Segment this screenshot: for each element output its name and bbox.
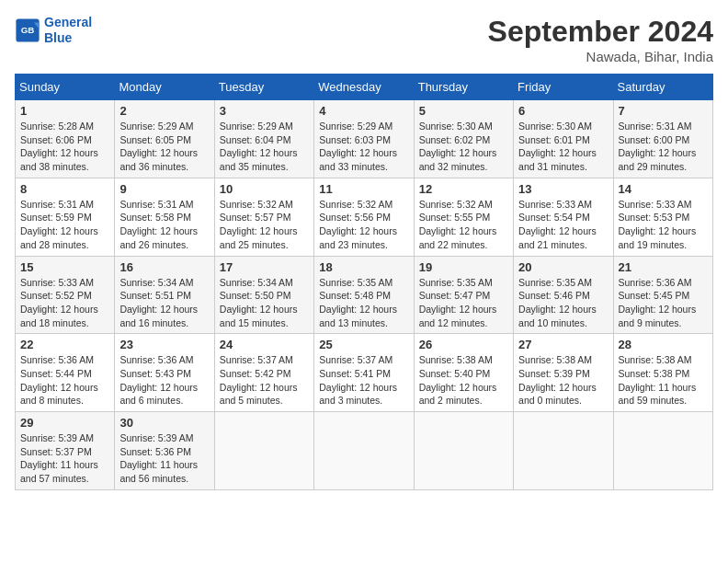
day-number: 8 <box>20 182 109 196</box>
day-info: Sunrise: 5:29 AM Sunset: 6:04 PM Dayligh… <box>220 120 309 174</box>
calendar-header: SundayMondayTuesdayWednesdayThursdayFrid… <box>16 75 713 100</box>
day-info: Sunrise: 5:31 AM Sunset: 5:58 PM Dayligh… <box>119 198 209 252</box>
day-number: 3 <box>220 104 309 118</box>
day-info: Sunrise: 5:35 AM Sunset: 5:48 PM Dayligh… <box>319 276 408 330</box>
page-header: GB General Blue September 2024 Nawada, B… <box>15 15 713 64</box>
day-number: 12 <box>419 182 508 196</box>
header-day-wednesday: Wednesday <box>314 75 414 100</box>
day-info: Sunrise: 5:30 AM Sunset: 6:02 PM Dayligh… <box>419 120 508 174</box>
calendar-week-3: 15Sunrise: 5:33 AM Sunset: 5:52 PM Dayli… <box>16 256 713 334</box>
header-day-thursday: Thursday <box>414 75 513 100</box>
header-day-saturday: Saturday <box>613 75 712 100</box>
day-info: Sunrise: 5:39 AM Sunset: 5:37 PM Dayligh… <box>20 431 109 486</box>
day-info: Sunrise: 5:39 AM Sunset: 5:36 PM Dayligh… <box>119 431 209 486</box>
day-number: 10 <box>220 182 309 196</box>
header-row: SundayMondayTuesdayWednesdayThursdayFrid… <box>16 75 713 100</box>
day-number: 5 <box>419 104 508 118</box>
calendar-cell-25: 25Sunrise: 5:37 AM Sunset: 5:41 PM Dayli… <box>314 334 414 412</box>
calendar-week-2: 8Sunrise: 5:31 AM Sunset: 5:59 PM Daylig… <box>16 178 713 256</box>
calendar-cell-23: 23Sunrise: 5:36 AM Sunset: 5:43 PM Dayli… <box>115 334 214 412</box>
calendar-cell-5: 5Sunrise: 5:30 AM Sunset: 6:02 PM Daylig… <box>414 100 513 178</box>
day-info: Sunrise: 5:32 AM Sunset: 5:57 PM Dayligh… <box>220 198 309 252</box>
logo-icon: GB <box>15 17 40 43</box>
day-info: Sunrise: 5:30 AM Sunset: 6:01 PM Dayligh… <box>518 120 608 174</box>
day-info: Sunrise: 5:28 AM Sunset: 6:06 PM Dayligh… <box>20 120 109 174</box>
logo-line2: Blue <box>44 30 72 45</box>
day-number: 4 <box>319 104 408 118</box>
calendar-cell-13: 13Sunrise: 5:33 AM Sunset: 5:54 PM Dayli… <box>514 178 613 256</box>
header-day-tuesday: Tuesday <box>214 75 313 100</box>
day-info: Sunrise: 5:38 AM Sunset: 5:38 PM Dayligh… <box>619 353 708 408</box>
logo-text: General Blue <box>44 15 92 46</box>
day-info: Sunrise: 5:33 AM Sunset: 5:53 PM Dayligh… <box>619 198 708 252</box>
day-info: Sunrise: 5:32 AM Sunset: 5:55 PM Dayligh… <box>419 198 508 252</box>
day-number: 25 <box>319 338 408 351</box>
calendar-cell-20: 20Sunrise: 5:35 AM Sunset: 5:46 PM Dayli… <box>514 256 613 334</box>
day-info: Sunrise: 5:32 AM Sunset: 5:56 PM Dayligh… <box>319 198 408 252</box>
day-info: Sunrise: 5:35 AM Sunset: 5:46 PM Dayligh… <box>518 276 608 330</box>
calendar-table: SundayMondayTuesdayWednesdayThursdayFrid… <box>15 74 713 490</box>
calendar-cell-9: 9Sunrise: 5:31 AM Sunset: 5:58 PM Daylig… <box>115 178 214 256</box>
day-info: Sunrise: 5:37 AM Sunset: 5:41 PM Dayligh… <box>319 353 408 408</box>
day-info: Sunrise: 5:34 AM Sunset: 5:51 PM Dayligh… <box>119 276 209 330</box>
calendar-cell-30: 30Sunrise: 5:39 AM Sunset: 5:36 PM Dayli… <box>115 412 214 490</box>
day-number: 18 <box>319 260 408 274</box>
calendar-cell-10: 10Sunrise: 5:32 AM Sunset: 5:57 PM Dayli… <box>214 178 313 256</box>
day-info: Sunrise: 5:38 AM Sunset: 5:40 PM Dayligh… <box>419 353 508 408</box>
day-number: 22 <box>20 338 109 351</box>
day-number: 2 <box>119 104 209 118</box>
logo: GB General Blue <box>15 15 92 46</box>
calendar-cell-1: 1Sunrise: 5:28 AM Sunset: 6:06 PM Daylig… <box>16 100 115 178</box>
calendar-cell-21: 21Sunrise: 5:36 AM Sunset: 5:45 PM Dayli… <box>613 256 712 334</box>
logo-line1: General <box>44 15 92 29</box>
calendar-cell-24: 24Sunrise: 5:37 AM Sunset: 5:42 PM Dayli… <box>214 334 313 412</box>
day-info: Sunrise: 5:35 AM Sunset: 5:47 PM Dayligh… <box>419 276 508 330</box>
title-block: September 2024 Nawada, Bihar, India <box>488 15 713 64</box>
day-number: 29 <box>20 416 109 430</box>
day-number: 27 <box>518 338 608 351</box>
day-info: Sunrise: 5:36 AM Sunset: 5:45 PM Dayligh… <box>619 276 708 330</box>
header-day-sunday: Sunday <box>16 75 115 100</box>
calendar-cell-28: 28Sunrise: 5:38 AM Sunset: 5:38 PM Dayli… <box>613 334 712 412</box>
location: Nawada, Bihar, India <box>488 49 713 64</box>
calendar-cell-3: 3Sunrise: 5:29 AM Sunset: 6:04 PM Daylig… <box>214 100 313 178</box>
day-info: Sunrise: 5:37 AM Sunset: 5:42 PM Dayligh… <box>220 353 309 408</box>
day-info: Sunrise: 5:29 AM Sunset: 6:03 PM Dayligh… <box>319 120 408 174</box>
day-number: 14 <box>619 182 708 196</box>
day-number: 7 <box>619 104 708 118</box>
day-info: Sunrise: 5:34 AM Sunset: 5:50 PM Dayligh… <box>220 276 309 330</box>
day-number: 19 <box>419 260 508 274</box>
calendar-cell-27: 27Sunrise: 5:38 AM Sunset: 5:39 PM Dayli… <box>514 334 613 412</box>
calendar-cell-empty <box>414 412 513 490</box>
svg-text:GB: GB <box>21 25 35 35</box>
day-number: 20 <box>518 260 608 274</box>
calendar-cell-empty <box>613 412 712 490</box>
calendar-cell-empty <box>314 412 414 490</box>
calendar-week-1: 1Sunrise: 5:28 AM Sunset: 6:06 PM Daylig… <box>16 100 713 178</box>
day-number: 13 <box>518 182 608 196</box>
calendar-week-4: 22Sunrise: 5:36 AM Sunset: 5:44 PM Dayli… <box>16 334 713 412</box>
calendar-body: 1Sunrise: 5:28 AM Sunset: 6:06 PM Daylig… <box>16 100 713 490</box>
day-info: Sunrise: 5:31 AM Sunset: 5:59 PM Dayligh… <box>20 198 109 252</box>
day-info: Sunrise: 5:33 AM Sunset: 5:52 PM Dayligh… <box>20 276 109 330</box>
day-number: 1 <box>20 104 109 118</box>
day-info: Sunrise: 5:31 AM Sunset: 6:00 PM Dayligh… <box>619 120 708 174</box>
calendar-cell-16: 16Sunrise: 5:34 AM Sunset: 5:51 PM Dayli… <box>115 256 214 334</box>
day-number: 11 <box>319 182 408 196</box>
day-info: Sunrise: 5:29 AM Sunset: 6:05 PM Dayligh… <box>119 120 209 174</box>
day-info: Sunrise: 5:36 AM Sunset: 5:43 PM Dayligh… <box>119 353 209 408</box>
day-number: 21 <box>619 260 708 274</box>
header-day-friday: Friday <box>514 75 613 100</box>
calendar-cell-12: 12Sunrise: 5:32 AM Sunset: 5:55 PM Dayli… <box>414 178 513 256</box>
day-info: Sunrise: 5:38 AM Sunset: 5:39 PM Dayligh… <box>518 353 608 408</box>
calendar-cell-26: 26Sunrise: 5:38 AM Sunset: 5:40 PM Dayli… <box>414 334 513 412</box>
month-title: September 2024 <box>488 15 713 49</box>
day-info: Sunrise: 5:36 AM Sunset: 5:44 PM Dayligh… <box>20 353 109 408</box>
calendar-week-5: 29Sunrise: 5:39 AM Sunset: 5:37 PM Dayli… <box>16 412 713 490</box>
calendar-cell-19: 19Sunrise: 5:35 AM Sunset: 5:47 PM Dayli… <box>414 256 513 334</box>
calendar-cell-8: 8Sunrise: 5:31 AM Sunset: 5:59 PM Daylig… <box>16 178 115 256</box>
day-number: 23 <box>119 338 209 351</box>
calendar-cell-15: 15Sunrise: 5:33 AM Sunset: 5:52 PM Dayli… <box>16 256 115 334</box>
day-number: 9 <box>119 182 209 196</box>
calendar-cell-29: 29Sunrise: 5:39 AM Sunset: 5:37 PM Dayli… <box>16 412 115 490</box>
